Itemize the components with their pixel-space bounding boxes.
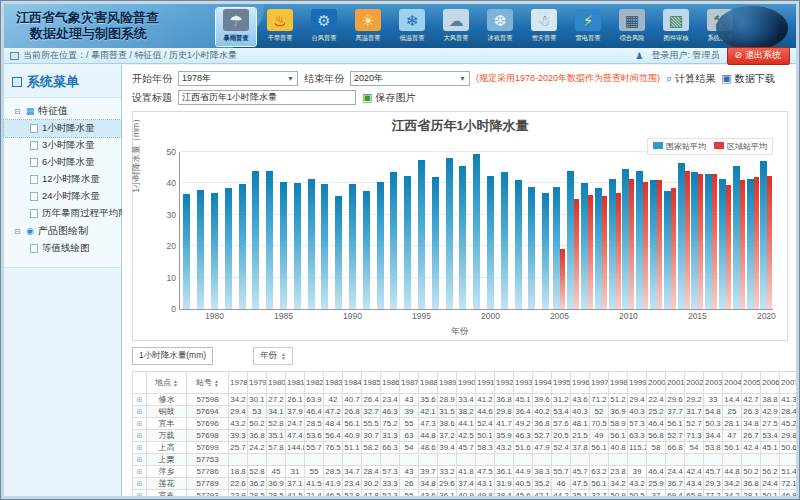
bar-national-1995[interactable] — [418, 160, 425, 309]
year-column-header-1998[interactable]: 1998 — [609, 372, 628, 394]
bar-national-2017[interactable] — [719, 179, 726, 309]
year-column-header-2003[interactable]: 2003 — [704, 372, 723, 394]
year-column-header-2007[interactable]: 2007 — [780, 372, 797, 394]
bar-regional-2018[interactable] — [740, 180, 745, 309]
bar-regional-2010[interactable] — [629, 179, 634, 309]
bar-national-2020[interactable] — [760, 161, 767, 309]
bar-national-1985[interactable] — [280, 182, 287, 309]
bar-national-2013[interactable] — [664, 191, 671, 309]
bar-national-1998[interactable] — [459, 166, 466, 309]
sidebar-item[interactable]: 6小时降水量 — [4, 154, 121, 171]
sidebar-item[interactable]: 历年暴雨过程平均雨量 — [4, 205, 121, 222]
bar-national-2007[interactable] — [581, 183, 588, 309]
bar-regional-2012[interactable] — [657, 180, 662, 309]
tree-expander-icon[interactable]: ⊟ — [14, 107, 22, 116]
tree-expander-icon[interactable]: ⊟ — [14, 227, 22, 236]
nav-item-9[interactable]: ⚡雷电普查 — [568, 8, 608, 46]
year-column-header-1979[interactable]: 1979 — [248, 372, 267, 394]
start-year-select[interactable]: 1978年▼ — [178, 71, 298, 86]
bar-national-2010[interactable] — [622, 169, 629, 309]
nav-item-1[interactable]: ☂暴雨普查 — [216, 8, 256, 46]
bar-national-1999[interactable] — [473, 154, 480, 309]
bar-national-1978[interactable] — [183, 194, 190, 309]
nav-item-2[interactable]: ♨干旱普查 — [260, 8, 300, 46]
bar-regional-2020[interactable] — [767, 176, 772, 309]
bar-regional-2005[interactable] — [560, 249, 565, 309]
bar-national-1987[interactable] — [308, 179, 315, 309]
bar-national-2003[interactable] — [528, 187, 535, 309]
year-column-header-1993[interactable]: 1993 — [514, 372, 533, 394]
save-image-button[interactable]: ▣ 保存图片 — [362, 91, 415, 105]
row-expand-cell[interactable]: ⊞ — [133, 442, 147, 454]
sidebar-item[interactable]: 1小时降水量 — [4, 120, 121, 137]
bar-regional-2013[interactable] — [671, 188, 676, 309]
row-expand-cell[interactable]: ⊞ — [133, 406, 147, 418]
year-column-header-1997[interactable]: 1997 — [590, 372, 609, 394]
row-expand-icon[interactable]: ⊞ — [137, 396, 143, 403]
bar-regional-2016[interactable] — [712, 174, 717, 309]
year-column-header-1999[interactable]: 1999 — [628, 372, 647, 394]
row-expand-icon[interactable]: ⊞ — [137, 444, 143, 451]
bar-national-1991[interactable] — [363, 191, 370, 309]
bar-national-1988[interactable] — [321, 184, 328, 309]
year-column-header-1984[interactable]: 1984 — [343, 372, 362, 394]
bar-national-2008[interactable] — [595, 188, 602, 309]
logout-button[interactable]: ⊘ 退出系统 — [727, 47, 790, 65]
nav-item-5[interactable]: ❄低温普查 — [392, 8, 432, 46]
bar-national-1981[interactable] — [225, 188, 232, 309]
sidebar-item[interactable]: 3小时降水量 — [4, 137, 121, 154]
bar-national-2014[interactable] — [678, 163, 685, 309]
nav-item-4[interactable]: ☀高温普查 — [348, 8, 388, 46]
year-column-header-1996[interactable]: 1996 — [571, 372, 590, 394]
bar-regional-2008[interactable] — [602, 196, 607, 309]
row-expand-icon[interactable]: ⊞ — [137, 468, 143, 475]
nav-item-7[interactable]: ❆冰雹普查 — [480, 8, 520, 46]
bar-national-1994[interactable] — [404, 176, 411, 309]
year-column-header-1983[interactable]: 1983 — [324, 372, 343, 394]
bar-national-1983[interactable] — [252, 171, 259, 309]
chart-title-input[interactable]: 江西省历年1小时降水量 — [178, 90, 356, 105]
sidebar-item[interactable]: 12小时降水量 — [4, 171, 121, 188]
year-sort-control[interactable]: 年份 ▲▼ — [253, 347, 293, 365]
year-column-header-1981[interactable]: 1981 — [286, 372, 305, 394]
bar-national-1993[interactable] — [390, 172, 397, 309]
row-expand-cell[interactable]: ⊞ — [133, 418, 147, 430]
end-year-select[interactable]: 2020年▼ — [350, 71, 470, 86]
bar-national-2000[interactable] — [487, 176, 494, 309]
row-expand-cell[interactable]: ⊞ — [133, 490, 147, 497]
row-expand-icon[interactable]: ⊞ — [137, 492, 143, 496]
tree-node-1[interactable]: ⊟▦特征值 — [4, 102, 121, 120]
bar-national-2005[interactable] — [553, 187, 560, 309]
row-expand-cell[interactable]: ⊞ — [133, 466, 147, 478]
bar-national-2015[interactable] — [691, 172, 698, 309]
bar-national-1980[interactable] — [211, 193, 218, 309]
nav-item-3[interactable]: ⚙台风普查 — [304, 8, 344, 46]
row-expand-cell[interactable]: ⊞ — [133, 394, 147, 406]
bar-national-2012[interactable] — [650, 180, 657, 309]
bar-regional-2006[interactable] — [574, 199, 579, 309]
station-column-header[interactable]: 站号▲▼ — [187, 372, 229, 394]
bar-national-1979[interactable] — [197, 190, 204, 309]
bar-national-2004[interactable] — [542, 193, 549, 309]
year-column-header-2001[interactable]: 2001 — [666, 372, 685, 394]
row-expand-cell[interactable]: ⊞ — [133, 454, 147, 466]
year-column-header-1992[interactable]: 1992 — [495, 372, 514, 394]
year-column-header-1980[interactable]: 1980 — [267, 372, 286, 394]
bar-regional-2011[interactable] — [643, 182, 648, 309]
bar-regional-2015[interactable] — [698, 174, 703, 309]
sort-arrows-icon[interactable]: ▲▼ — [173, 379, 178, 387]
location-column-header[interactable]: 地点▲▼ — [147, 372, 187, 394]
nav-item-8[interactable]: ☃雪灾普查 — [524, 8, 564, 46]
year-column-header-1995[interactable]: 1995 — [552, 372, 571, 394]
year-column-header-1985[interactable]: 1985 — [362, 372, 381, 394]
row-expand-icon[interactable]: ⊞ — [137, 408, 143, 415]
year-column-header-2002[interactable]: 2002 — [685, 372, 704, 394]
bar-national-1990[interactable] — [349, 184, 356, 309]
year-column-header-1987[interactable]: 1987 — [400, 372, 419, 394]
bar-regional-2007[interactable] — [588, 195, 593, 309]
year-column-header-1982[interactable]: 1982 — [305, 372, 324, 394]
row-expand-icon[interactable]: ⊞ — [137, 420, 143, 427]
bar-national-1989[interactable] — [335, 196, 342, 309]
year-column-header-1994[interactable]: 1994 — [533, 372, 552, 394]
nav-item-6[interactable]: ☁大风普查 — [436, 8, 476, 46]
